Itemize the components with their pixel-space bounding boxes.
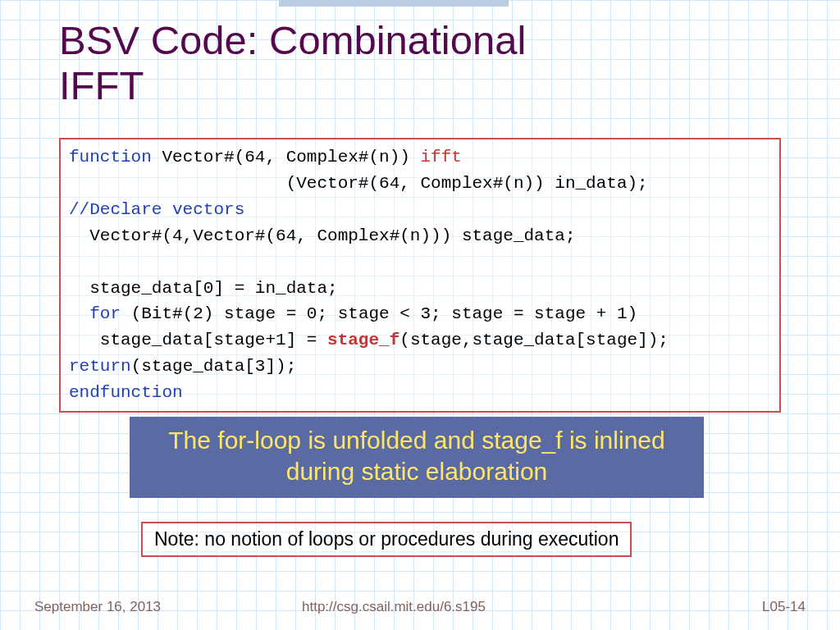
- code-body-post: (stage,stage_data[stage]);: [399, 331, 669, 349]
- kw-function: function: [69, 148, 152, 167]
- footer-date: September 16, 2013: [34, 599, 161, 615]
- callout-box: The for-loop is unfolded and stage_f is …: [130, 417, 704, 498]
- code-assign0: stage_data[0] = in_data;: [69, 279, 338, 298]
- code-sig1: Vector#(64, Complex#(n)): [152, 148, 421, 167]
- kw-return: return: [69, 357, 131, 376]
- kw-endfunction: endfunction: [69, 383, 183, 402]
- kw-ifft: ifft: [420, 148, 461, 167]
- footer-url: http://csg.csail.mit.edu/6.s195: [302, 599, 486, 615]
- footer-page: L05-14: [762, 599, 806, 615]
- note-box: Note: no notion of loops or procedures d…: [141, 522, 632, 557]
- code-decl: Vector#(4,Vector#(64, Complex#(n))) stag…: [69, 226, 576, 245]
- slide-title: BSV Code: Combinational IFFT: [59, 18, 526, 108]
- code-comment: //Declare vectors: [69, 200, 244, 219]
- kw-stagef: stage_f: [327, 331, 399, 349]
- top-decor-band: [279, 0, 509, 7]
- code-body-pre: stage_data[stage+1] =: [69, 331, 327, 349]
- code-sig2: (Vector#(64, Complex#(n)) in_data);: [69, 174, 648, 193]
- code-block: function Vector#(64, Complex#(n)) ifft (…: [59, 138, 781, 413]
- code-for-indent: [69, 304, 89, 323]
- title-line-2: IFFT: [59, 63, 144, 107]
- code-for-args: (Bit#(2) stage = 0; stage < 3; stage = s…: [121, 304, 637, 323]
- kw-for: for: [89, 304, 121, 323]
- note-text: Note: no notion of loops or procedures d…: [154, 528, 619, 550]
- code-ret-args: (stage_data[3]);: [131, 357, 297, 376]
- callout-text: The for-loop is unfolded and stage_f is …: [168, 427, 664, 485]
- title-line-1: BSV Code: Combinational: [59, 18, 526, 62]
